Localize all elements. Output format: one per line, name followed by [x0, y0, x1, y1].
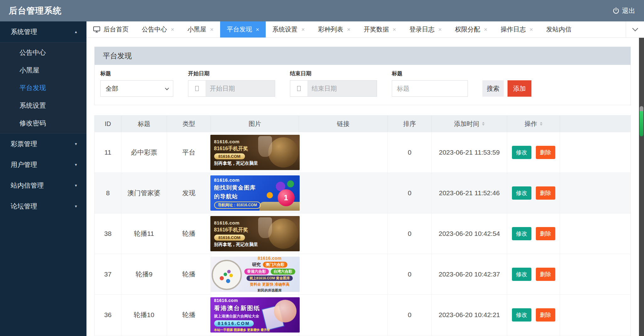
- sidebar-group-系统管理[interactable]: 系统管理 ▲: [0, 21, 86, 42]
- banner-text-line: 导航网址：81616.COM: [214, 202, 261, 209]
- banner-image: 81616.com81616手机开奖81616.COM别再拿笔，死记在脑里: [210, 135, 300, 170]
- content-area: 平台发现 标题 全部 开始日期: [86, 38, 644, 336]
- calendar-icon: [188, 81, 206, 96]
- tab-登录日志[interactable]: 登录日志 ×: [403, 21, 448, 37]
- sidebar-group-站内信管理[interactable]: 站内信管理 ▼: [0, 175, 86, 196]
- start-date-label: 开始日期: [188, 70, 275, 77]
- column-添加时间: 添加时间: [432, 116, 507, 132]
- banner-text-line: 81616.COM: [214, 320, 254, 327]
- tab-label: 后台首页: [103, 25, 129, 34]
- end-date-field[interactable]: [290, 80, 377, 97]
- banner-text: 81616.com能找到黄金图库的导航站导航网址：81616.COM: [210, 175, 269, 211]
- start-date-field[interactable]: [188, 80, 275, 97]
- banner-text-line: 的导航站: [214, 193, 238, 200]
- sidebar-group-label: 用户管理: [11, 160, 37, 169]
- sidebar-group-彩票管理[interactable]: 彩票管理 ▼: [0, 134, 86, 154]
- cell-title: 轮播9: [121, 254, 167, 294]
- tab-label: 彩种列表: [318, 25, 343, 34]
- delete-button[interactable]: 删除: [536, 146, 555, 159]
- tab-权限分配[interactable]: 权限分配 ×: [448, 21, 494, 37]
- cell-id: 11: [95, 132, 121, 173]
- table-row: 38 轮播11 轮播 81616.com81616手机开奖81616.COM别再…: [95, 213, 630, 254]
- delete-button[interactable]: 删除: [536, 308, 555, 322]
- cell-image: 81616.com81616手机开奖81616.COM别再拿笔，死记在脑里: [211, 214, 299, 254]
- tab-平台发现[interactable]: 平台发现 ×: [220, 21, 266, 37]
- banner-text-line: 81616.COM: [214, 153, 245, 159]
- sidebar-group-arrow: ▼: [74, 142, 78, 146]
- tab-close-icon[interactable]: ×: [301, 26, 305, 33]
- edit-button[interactable]: 修改: [512, 227, 531, 240]
- tab-close-icon[interactable]: ×: [256, 26, 259, 33]
- banner-logo: 81616.com: [258, 257, 281, 261]
- filter-form: 标题 全部 开始日期 结束日期: [95, 65, 630, 105]
- scrollbar-track[interactable]: [639, 38, 644, 336]
- banner-text-line: 就上港澳台新六合网址大全: [214, 314, 259, 319]
- keyword-label: 标题: [392, 70, 468, 77]
- keyword-input[interactable]: [392, 80, 468, 97]
- cell-image: 81616.com81616手机开奖81616.COM别再拿笔，死记在脑里: [211, 132, 299, 173]
- tab-公告中心[interactable]: 公告中心 ×: [135, 21, 181, 37]
- edit-button[interactable]: 修改: [512, 268, 531, 281]
- tab-close-icon[interactable]: ×: [530, 26, 533, 33]
- add-button[interactable]: 添加: [508, 80, 531, 97]
- cell-image: 81616.com能找到黄金图库的导航站导航网址：81616.COM: [211, 173, 299, 213]
- tab-close-icon[interactable]: ×: [171, 26, 174, 33]
- tab-开奖数据[interactable]: 开奖数据 ×: [357, 21, 403, 37]
- sidebar-item-平台发现[interactable]: 平台发现: [0, 79, 86, 97]
- cell-title: 轮播10: [121, 295, 167, 335]
- tab-小黑屋[interactable]: 小黑屋 ×: [181, 21, 220, 37]
- sidebar-group-用户管理[interactable]: 用户管理 ▼: [0, 154, 86, 175]
- cell-time: 2023-06-21 11:53:59: [432, 132, 507, 173]
- tab-发站内信[interactable]: 发站内信: [540, 21, 578, 37]
- cell-time: 2023-06-21 11:52:46: [432, 173, 507, 213]
- tab-overflow-button[interactable]: [626, 21, 644, 37]
- sort-icon[interactable]: [540, 121, 542, 127]
- type-select[interactable]: 全部: [100, 80, 173, 97]
- cell-link: [299, 214, 388, 254]
- sidebar: 系统管理 ▲ 公告中心 小黑屋 平台发现 系统设置 修改密码 彩票管理 ▼ 用户…: [0, 21, 86, 336]
- sidebar-item-公告中心[interactable]: 公告中心: [0, 44, 86, 61]
- table-body: 11 必中彩票 平台 81616.com81616手机开奖81616.COM别再…: [95, 132, 630, 336]
- calendar-icon: [290, 81, 308, 96]
- sidebar-subitem-label: 系统设置: [19, 101, 46, 110]
- banner-text-line: 别再拿笔，死记在脑里: [214, 161, 258, 166]
- tab-close-icon[interactable]: ×: [393, 26, 396, 33]
- tab-操作日志[interactable]: 操作日志 ×: [494, 21, 540, 37]
- tab-close-icon[interactable]: ×: [484, 26, 487, 33]
- tab-后台首页[interactable]: 后台首页: [86, 21, 135, 37]
- column-label: ID: [105, 120, 111, 128]
- column-操作: 操作: [507, 116, 560, 132]
- cell-id: 37: [95, 254, 121, 294]
- power-icon: [612, 7, 620, 14]
- sidebar-item-系统设置[interactable]: 系统设置: [0, 97, 86, 114]
- logout-button[interactable]: 退出: [612, 6, 635, 15]
- banner-text-line: 研究: [252, 262, 261, 268]
- cell-id: 36: [95, 295, 121, 335]
- edit-button[interactable]: 修改: [512, 186, 531, 200]
- edit-button[interactable]: 修改: [512, 146, 531, 159]
- delete-button[interactable]: 删除: [536, 186, 555, 200]
- tab-close-icon[interactable]: ×: [438, 26, 442, 33]
- cell-title: 轮播11: [121, 214, 167, 254]
- banner-text-line: 澳门六合彩: [263, 262, 287, 268]
- tab-彩种列表[interactable]: 彩种列表 ×: [311, 21, 357, 37]
- delete-button[interactable]: 删除: [536, 268, 555, 281]
- table-row: 8 澳门管家婆 发现 81616.com能找到黄金图库的导航站导航网址：8161…: [95, 173, 630, 213]
- sidebar-item-小黑屋[interactable]: 小黑屋: [0, 61, 86, 79]
- search-button[interactable]: 搜索: [482, 80, 504, 97]
- app-title: 后台管理系统: [9, 5, 62, 16]
- sidebar-item-修改密码[interactable]: 修改密码: [0, 114, 86, 132]
- sort-icon[interactable]: [482, 121, 485, 127]
- cell-link: [299, 254, 388, 294]
- delete-button[interactable]: 删除: [536, 227, 555, 240]
- sidebar-group-label: 彩票管理: [11, 140, 37, 148]
- start-date-input[interactable]: [206, 81, 275, 96]
- edit-button[interactable]: 修改: [512, 308, 531, 322]
- tab-系统设置[interactable]: 系统设置 ×: [266, 21, 311, 37]
- cell-link: [299, 295, 388, 335]
- tab-close-icon[interactable]: ×: [210, 26, 214, 33]
- end-date-input[interactable]: [308, 81, 377, 96]
- tab-close-icon[interactable]: ×: [347, 26, 350, 33]
- scrollbar-thumb[interactable]: [640, 106, 643, 136]
- sidebar-group-论坛管理[interactable]: 论坛管理 ▼: [0, 196, 86, 217]
